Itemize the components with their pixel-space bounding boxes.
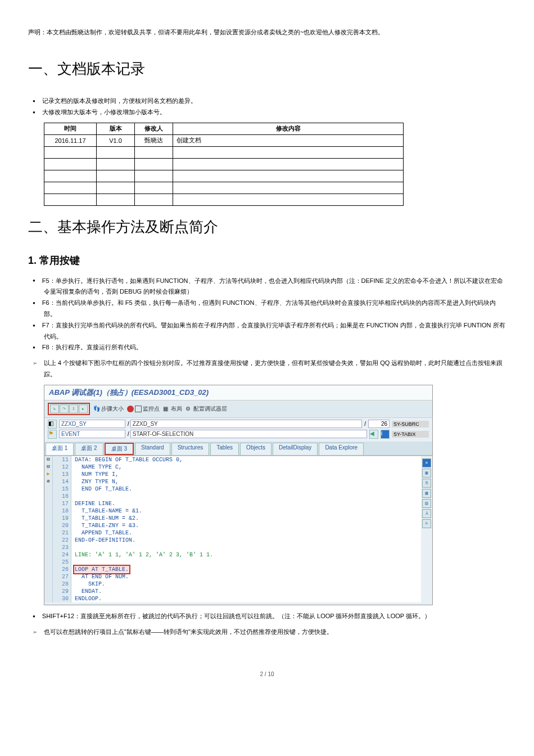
code-area: ⊟⊟▶⊘ 11121314151617181920212223242526272… <box>44 456 432 602</box>
tab-tables[interactable]: Tables <box>210 443 239 455</box>
note-item: 记录文档的版本及修改时间，方便核对同名文档的差异。 <box>44 96 506 107</box>
tb-layout[interactable]: ▦ 布局 <box>163 405 182 413</box>
tab-detaildisplay[interactable]: DetailDisplay <box>273 443 318 455</box>
label: 布局 <box>171 405 182 413</box>
tab-desktop2[interactable]: 桌面 2 <box>75 443 103 455</box>
version-notes: 记录文档的版本及修改时间，方便核对同名文档的差异。 大修改增加大版本号，小修改增… <box>28 96 506 118</box>
stop-icon <box>127 406 134 412</box>
cell: 创建文档 <box>173 134 404 146</box>
config-icon: ⚙ <box>185 406 192 412</box>
slash: / <box>128 431 129 437</box>
tb-stepsize[interactable]: 👣 步骤大小 <box>93 405 124 413</box>
step-over-icon[interactable]: ↷ <box>60 404 69 413</box>
field-program[interactable]: ZZXD_SY <box>59 420 125 428</box>
footsteps-icon: 👣 <box>93 406 100 412</box>
debugger-title: ABAP 调试器(1)（独占）(EESAD3001_CD3_02) <box>44 385 432 400</box>
tab-objects[interactable]: Objects <box>240 443 271 455</box>
info-icon[interactable]: i <box>381 430 390 439</box>
side-icon-strip: ✕▣⎘▦▤⅄≡ <box>421 456 432 602</box>
key-item-f7: F7：直接执行完毕当前代码块的所有代码。譬如如果当前在子程序内部，会直接执行完毕… <box>44 320 506 343</box>
side-tool-icon[interactable]: ▦ <box>422 489 431 498</box>
table-row <box>44 194 404 205</box>
step-into-icon[interactable]: ↳ <box>50 404 59 413</box>
col-version: 版本 <box>97 123 135 134</box>
disclaimer: 声明：本文档由甄晓达制作，欢迎转载及共享，但请不要用此牟利，譬如设置资源分或者卖… <box>28 28 506 37</box>
cell: 2016.11.17 <box>44 134 97 146</box>
key-item-f6: F6：当前代码块单步执行。和 F5 类似，执行每一条语句，但遇到 FUNCTIO… <box>44 298 506 320</box>
cell: V1.0 <box>97 134 135 146</box>
table-row: 2016.11.17 V1.0 甄晓达 创建文档 <box>44 134 404 146</box>
cell: 甄晓达 <box>135 134 173 146</box>
note-item: 大修改增加大版本号，小修改增加小版本号。 <box>44 107 506 118</box>
heading-common-keys: 1. 常用按键 <box>28 254 506 267</box>
table-row <box>44 182 404 194</box>
tab-standard[interactable]: Standard <box>135 443 170 455</box>
col-author: 修改人 <box>135 123 173 134</box>
slash: / <box>364 421 366 427</box>
tab-structures[interactable]: Structures <box>171 443 210 455</box>
key-item-f8: F8：执行程序。直接运行所有代码。 <box>44 342 506 353</box>
field-event-name[interactable]: START-OF-SELECTION <box>130 430 367 438</box>
shift-arrow-item: 也可以在想跳转的行项目上点"鼠标右键——转到语句"来实现此效用，不过仍然推荐使用… <box>44 627 506 638</box>
side-tool-icon[interactable]: ✕ <box>422 458 431 467</box>
step-buttons-group: ↳ ↷ ↥ ▸ <box>48 403 90 415</box>
tab-desktop1[interactable]: 桌面 1 <box>46 443 74 455</box>
shift-arrow-list: 也可以在想跳转的行项目上点"鼠标右键——转到语句"来实现此效用，不过仍然推荐使用… <box>28 627 506 638</box>
page-footer: 2 / 10 <box>28 671 506 677</box>
tab-dataexplore[interactable]: Data Explore <box>319 443 364 455</box>
table-row <box>44 158 404 170</box>
code-body[interactable]: DATA: BEGIN OF T_TABLE OCCURS 0, NAME TY… <box>71 456 421 602</box>
program-icon[interactable]: ◧ <box>48 420 57 429</box>
shift-bullet-list: SHIFT+F12：直接跳至光标所在行，被跳过的代码不执行；可以往回跳也可以往前… <box>28 611 506 622</box>
shift-f12-item: SHIFT+F12：直接跳至光标所在行，被跳过的代码不执行；可以往回跳也可以往前… <box>44 611 506 622</box>
arrow-item: 以上 4 个按键和下图示中红框的四个按钮分别对应。不过推荐直接使用按键，更方便快… <box>44 358 506 380</box>
event-icon[interactable]: ⚑ <box>48 430 57 439</box>
debugger-fields: ◧ ZZXD_SY / ZZXD_SY / 26 SY-SUBRC ⚑ EVEN… <box>44 418 432 442</box>
col-content: 修改内容 <box>173 123 404 134</box>
abap-debugger-panel: ABAP 调试器(1)（独占）(EESAD3001_CD3_02) ↳ ↷ ↥ … <box>44 385 433 605</box>
continue-icon[interactable]: ▸ <box>79 404 88 413</box>
checkbox-icon[interactable] <box>135 406 142 412</box>
line-gutter: 1112131415161718192021222324252627282930 <box>53 456 71 602</box>
label: 配置调试器层 <box>193 405 227 413</box>
label: 步骤大小 <box>101 405 124 413</box>
slash: / <box>128 421 129 427</box>
side-tool-icon[interactable]: ▤ <box>422 499 431 508</box>
heading-basic-ops: 二、基本操作方法及断点简介 <box>28 217 506 237</box>
key-list: F5：单步执行。逐行执行语句，如果遇到 FUNCTION、子程序、方法等代码块时… <box>28 276 506 354</box>
field-event[interactable]: EVENT <box>59 430 125 438</box>
field-sy-subrc: SY-SUBRC <box>392 421 429 428</box>
layout-icon: ▦ <box>163 406 170 412</box>
table-row <box>44 170 404 182</box>
side-tool-icon[interactable]: ⎘ <box>422 479 431 488</box>
debugger-toolbar: ↳ ↷ ↥ ▸ 👣 步骤大小 监控点 ▦ 布局 ⚙ 配置调试器层 <box>44 400 432 418</box>
side-tool-icon[interactable]: ⅄ <box>422 509 431 518</box>
table-row <box>44 146 404 158</box>
heading-version-log: 一、文档版本记录 <box>28 59 506 79</box>
key-item-f5: F5：单步执行。逐行执行语句，如果遇到 FUNCTION、子程序、方法等代码块时… <box>44 276 506 298</box>
key-note-arrow: 以上 4 个按键和下图示中红框的四个按钮分别对应。不过推荐直接使用按键，更方便快… <box>28 358 506 380</box>
field-line[interactable]: 26 <box>368 420 390 428</box>
tb-config[interactable]: ⚙ 配置调试器层 <box>185 405 227 413</box>
nav-back-icon[interactable]: ◀ <box>369 430 378 439</box>
side-tool-icon[interactable]: ≡ <box>422 519 431 528</box>
label: 监控点 <box>143 405 160 413</box>
col-time: 时间 <box>44 123 97 134</box>
debugger-tabs: 桌面 1 桌面 2 桌面 3 Standard Structures Table… <box>44 442 432 456</box>
marker-gutter: ⊟⊟▶⊘ <box>44 456 53 602</box>
side-tool-icon[interactable]: ▣ <box>422 469 431 478</box>
field-sy-tabix: SY-TABIX <box>392 431 429 438</box>
version-table: 时间 版本 修改人 修改内容 2016.11.17 V1.0 甄晓达 创建文档 <box>44 123 404 206</box>
field-include[interactable]: ZZXD_SY <box>130 420 362 428</box>
tab-desktop3[interactable]: 桌面 3 <box>105 443 134 455</box>
tb-watch[interactable]: 监控点 <box>127 405 160 413</box>
step-out-icon[interactable]: ↥ <box>69 404 78 413</box>
